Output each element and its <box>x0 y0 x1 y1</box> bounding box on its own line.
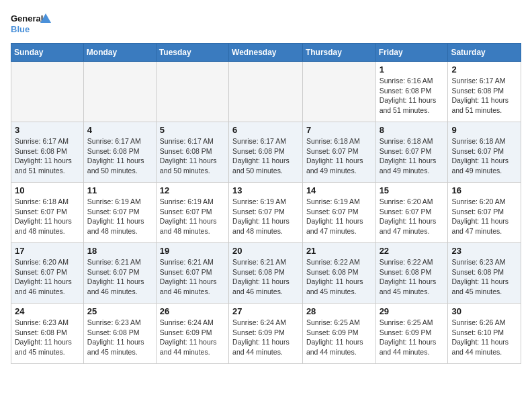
day-number: 8 <box>380 125 445 135</box>
day-info: Sunrise: 6:21 AM Sunset: 6:08 PM Dayligh… <box>232 257 299 297</box>
week-row-5: 24Sunrise: 6:23 AM Sunset: 6:08 PM Dayli… <box>11 304 521 364</box>
day-info: Sunrise: 6:21 AM Sunset: 6:07 PM Dayligh… <box>160 257 225 297</box>
svg-text:Blue: Blue <box>11 24 30 34</box>
day-info: Sunrise: 6:19 AM Sunset: 6:07 PM Dayligh… <box>232 197 299 236</box>
day-number: 10 <box>15 185 80 195</box>
day-info: Sunrise: 6:24 AM Sunset: 6:09 PM Dayligh… <box>232 318 299 357</box>
page-header: General Blue <box>11 11 521 35</box>
calendar-cell: 22Sunrise: 6:22 AM Sunset: 6:08 PM Dayli… <box>375 243 448 304</box>
day-number: 15 <box>380 185 445 195</box>
day-number: 12 <box>160 185 225 195</box>
calendar-cell: 11Sunrise: 6:19 AM Sunset: 6:07 PM Dayli… <box>83 183 156 243</box>
day-number: 7 <box>306 125 372 135</box>
day-info: Sunrise: 6:21 AM Sunset: 6:07 PM Dayligh… <box>87 257 152 297</box>
day-info: Sunrise: 6:19 AM Sunset: 6:07 PM Dayligh… <box>306 197 372 236</box>
day-info: Sunrise: 6:25 AM Sunset: 6:09 PM Dayligh… <box>380 318 445 357</box>
calendar-cell: 28Sunrise: 6:25 AM Sunset: 6:09 PM Dayli… <box>302 304 375 364</box>
calendar-cell: 10Sunrise: 6:18 AM Sunset: 6:07 PM Dayli… <box>11 183 84 243</box>
calendar-cell <box>229 62 303 122</box>
day-info: Sunrise: 6:20 AM Sunset: 6:07 PM Dayligh… <box>380 197 445 236</box>
day-number: 17 <box>15 246 80 256</box>
weekday-header-thursday: Thursday <box>302 44 375 62</box>
calendar-cell: 7Sunrise: 6:18 AM Sunset: 6:07 PM Daylig… <box>302 122 375 183</box>
calendar-cell <box>83 62 156 122</box>
week-row-4: 17Sunrise: 6:20 AM Sunset: 6:07 PM Dayli… <box>11 243 521 304</box>
day-number: 22 <box>380 246 445 256</box>
calendar-cell: 9Sunrise: 6:18 AM Sunset: 6:07 PM Daylig… <box>448 122 521 183</box>
calendar-cell: 5Sunrise: 6:17 AM Sunset: 6:08 PM Daylig… <box>156 122 228 183</box>
calendar-cell: 20Sunrise: 6:21 AM Sunset: 6:08 PM Dayli… <box>229 243 303 304</box>
calendar-cell: 2Sunrise: 6:17 AM Sunset: 6:08 PM Daylig… <box>448 62 521 122</box>
calendar-cell: 1Sunrise: 6:16 AM Sunset: 6:08 PM Daylig… <box>375 62 448 122</box>
calendar-cell: 18Sunrise: 6:21 AM Sunset: 6:07 PM Dayli… <box>83 243 156 304</box>
day-number: 26 <box>160 306 225 316</box>
day-number: 21 <box>306 246 372 256</box>
day-info: Sunrise: 6:17 AM Sunset: 6:08 PM Dayligh… <box>160 136 225 176</box>
week-row-2: 3Sunrise: 6:17 AM Sunset: 6:08 PM Daylig… <box>11 122 521 183</box>
day-info: Sunrise: 6:23 AM Sunset: 6:08 PM Dayligh… <box>15 318 80 357</box>
day-info: Sunrise: 6:26 AM Sunset: 6:10 PM Dayligh… <box>451 318 517 357</box>
day-info: Sunrise: 6:24 AM Sunset: 6:09 PM Dayligh… <box>160 318 225 357</box>
calendar-cell <box>11 62 84 122</box>
day-number: 11 <box>87 185 152 195</box>
logo: General Blue <box>11 11 51 35</box>
calendar-cell: 19Sunrise: 6:21 AM Sunset: 6:07 PM Dayli… <box>156 243 228 304</box>
day-info: Sunrise: 6:18 AM Sunset: 6:07 PM Dayligh… <box>451 136 517 176</box>
weekday-header-wednesday: Wednesday <box>229 44 303 62</box>
calendar-cell: 4Sunrise: 6:17 AM Sunset: 6:08 PM Daylig… <box>83 122 156 183</box>
day-info: Sunrise: 6:25 AM Sunset: 6:09 PM Dayligh… <box>306 318 372 357</box>
calendar-cell: 15Sunrise: 6:20 AM Sunset: 6:07 PM Dayli… <box>375 183 448 243</box>
calendar-cell: 3Sunrise: 6:17 AM Sunset: 6:08 PM Daylig… <box>11 122 84 183</box>
day-info: Sunrise: 6:20 AM Sunset: 6:07 PM Dayligh… <box>451 197 517 236</box>
day-number: 25 <box>87 306 152 316</box>
day-number: 18 <box>87 246 152 256</box>
day-info: Sunrise: 6:23 AM Sunset: 6:08 PM Dayligh… <box>87 318 152 357</box>
day-number: 13 <box>232 185 299 195</box>
day-number: 27 <box>232 306 299 316</box>
calendar-cell: 23Sunrise: 6:23 AM Sunset: 6:08 PM Dayli… <box>448 243 521 304</box>
day-number: 4 <box>87 125 152 135</box>
day-number: 24 <box>15 306 80 316</box>
weekday-header-tuesday: Tuesday <box>156 44 228 62</box>
day-info: Sunrise: 6:19 AM Sunset: 6:07 PM Dayligh… <box>160 197 225 236</box>
weekday-header-monday: Monday <box>83 44 156 62</box>
day-number: 20 <box>232 246 299 256</box>
day-number: 1 <box>380 64 445 75</box>
calendar-cell: 8Sunrise: 6:18 AM Sunset: 6:07 PM Daylig… <box>375 122 448 183</box>
day-number: 2 <box>451 64 517 75</box>
calendar-cell: 25Sunrise: 6:23 AM Sunset: 6:08 PM Dayli… <box>83 304 156 364</box>
logo-svg: General Blue <box>11 11 51 35</box>
calendar-table: SundayMondayTuesdayWednesdayThursdayFrid… <box>11 43 521 364</box>
day-number: 30 <box>451 306 517 316</box>
day-info: Sunrise: 6:17 AM Sunset: 6:08 PM Dayligh… <box>15 136 80 176</box>
day-number: 19 <box>160 246 225 256</box>
calendar-cell: 17Sunrise: 6:20 AM Sunset: 6:07 PM Dayli… <box>11 243 84 304</box>
calendar-cell: 14Sunrise: 6:19 AM Sunset: 6:07 PM Dayli… <box>302 183 375 243</box>
week-row-1: 1Sunrise: 6:16 AM Sunset: 6:08 PM Daylig… <box>11 62 521 122</box>
day-number: 29 <box>380 306 445 316</box>
day-number: 6 <box>232 125 299 135</box>
day-info: Sunrise: 6:17 AM Sunset: 6:08 PM Dayligh… <box>87 136 152 176</box>
day-number: 14 <box>306 185 372 195</box>
day-info: Sunrise: 6:18 AM Sunset: 6:07 PM Dayligh… <box>380 136 445 176</box>
calendar-cell: 16Sunrise: 6:20 AM Sunset: 6:07 PM Dayli… <box>448 183 521 243</box>
day-info: Sunrise: 6:19 AM Sunset: 6:07 PM Dayligh… <box>87 197 152 236</box>
day-info: Sunrise: 6:23 AM Sunset: 6:08 PM Dayligh… <box>451 257 517 297</box>
day-info: Sunrise: 6:16 AM Sunset: 6:08 PM Dayligh… <box>380 76 445 116</box>
day-info: Sunrise: 6:22 AM Sunset: 6:08 PM Dayligh… <box>380 257 445 297</box>
day-number: 3 <box>15 125 80 135</box>
weekday-header-saturday: Saturday <box>448 44 521 62</box>
calendar-cell: 13Sunrise: 6:19 AM Sunset: 6:07 PM Dayli… <box>229 183 303 243</box>
svg-text:General: General <box>11 13 43 24</box>
calendar-cell: 27Sunrise: 6:24 AM Sunset: 6:09 PM Dayli… <box>229 304 303 364</box>
calendar-cell: 21Sunrise: 6:22 AM Sunset: 6:08 PM Dayli… <box>302 243 375 304</box>
calendar-cell: 12Sunrise: 6:19 AM Sunset: 6:07 PM Dayli… <box>156 183 228 243</box>
day-info: Sunrise: 6:18 AM Sunset: 6:07 PM Dayligh… <box>15 197 80 236</box>
weekday-header-friday: Friday <box>375 44 448 62</box>
week-row-3: 10Sunrise: 6:18 AM Sunset: 6:07 PM Dayli… <box>11 183 521 243</box>
day-number: 16 <box>451 185 517 195</box>
calendar-cell: 26Sunrise: 6:24 AM Sunset: 6:09 PM Dayli… <box>156 304 228 364</box>
day-info: Sunrise: 6:20 AM Sunset: 6:07 PM Dayligh… <box>15 257 80 297</box>
day-number: 9 <box>451 125 517 135</box>
day-info: Sunrise: 6:22 AM Sunset: 6:08 PM Dayligh… <box>306 257 372 297</box>
